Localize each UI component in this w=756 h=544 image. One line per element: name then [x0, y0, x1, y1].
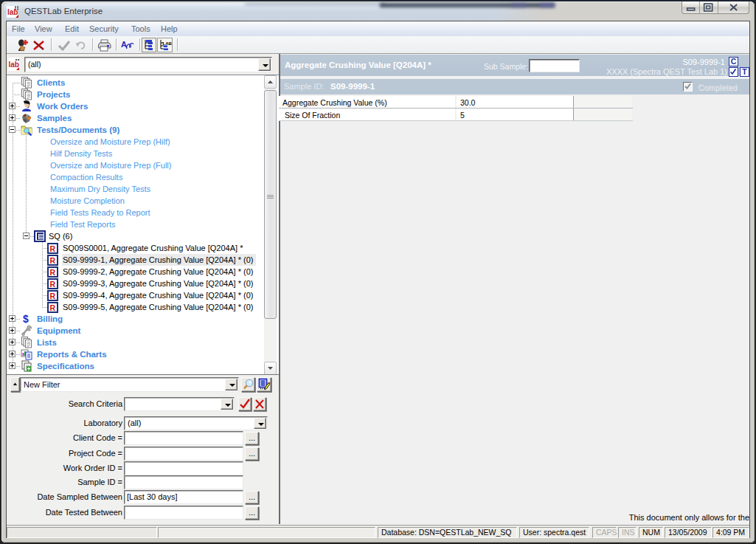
svg-text:LAB: LAB: [163, 41, 173, 46]
svg-text:lab: lab: [7, 8, 18, 16]
svg-text:A: A: [121, 40, 127, 49]
svg-text:lab: lab: [9, 61, 19, 69]
